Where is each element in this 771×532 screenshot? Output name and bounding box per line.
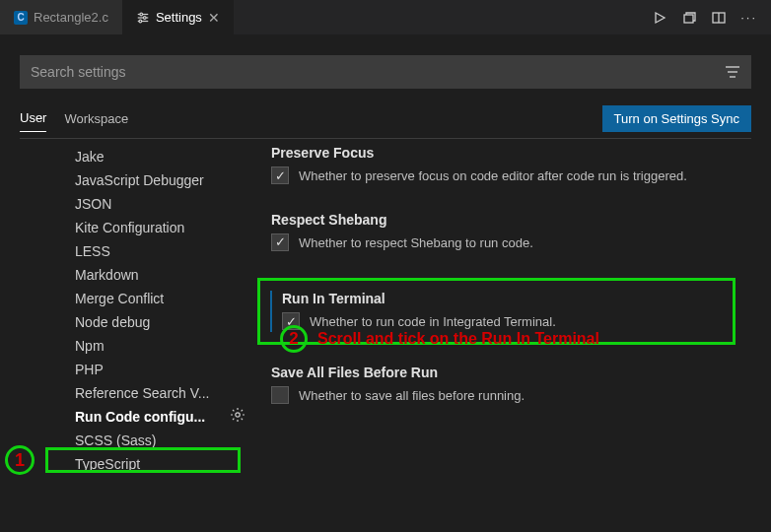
tab-file-label: Rectangle2.c: [34, 10, 108, 25]
svg-point-3: [143, 16, 146, 19]
checkbox-run-in-terminal[interactable]: ✓: [282, 312, 300, 330]
open-changes-icon[interactable]: [681, 10, 697, 26]
setting-title: Save All Files Before Run: [271, 365, 736, 380]
sidebar-item-markdown[interactable]: Markdown: [75, 263, 251, 287]
tab-settings-label: Settings: [156, 10, 202, 25]
sidebar-item-typescript[interactable]: TypeScript: [75, 452, 251, 476]
split-editor-icon[interactable]: [711, 10, 727, 26]
setting-desc: Whether to run code in Integrated Termin…: [310, 312, 556, 332]
tab-settings[interactable]: Settings ✕: [122, 0, 234, 34]
setting-save-all: Save All Files Before Run ✓ Whether to s…: [267, 365, 736, 406]
sidebar-item-ref-search[interactable]: Reference Search V...: [75, 381, 251, 405]
checkbox-preserve-focus[interactable]: ✓: [271, 166, 289, 184]
setting-title: Preserve Focus: [271, 145, 736, 161]
settings-sync-button[interactable]: Turn on Settings Sync: [602, 105, 751, 132]
sidebar-item-label: Run Code configu...: [75, 409, 205, 425]
gear-icon[interactable]: [230, 407, 245, 423]
filter-icon[interactable]: [725, 65, 740, 79]
svg-marker-6: [656, 13, 665, 23]
sidebar-item-jake[interactable]: Jake: [75, 145, 251, 168]
setting-desc: Whether to respect Shebang to run code.: [299, 233, 533, 253]
sidebar-item-npm[interactable]: Npm: [75, 334, 251, 358]
checkbox-save-all[interactable]: ✓: [271, 386, 289, 404]
svg-point-5: [139, 20, 142, 23]
settings-panel: Preserve Focus ✓ Whether to preserve foc…: [251, 139, 751, 513]
editor-tab-bar: C Rectangle2.c Settings ✕ ···: [0, 0, 771, 35]
tab-file[interactable]: C Rectangle2.c: [0, 0, 122, 34]
scope-workspace[interactable]: Workspace: [64, 105, 128, 132]
search-settings-box[interactable]: [20, 55, 751, 89]
setting-title: Respect Shebang: [271, 212, 736, 228]
editor-actions: ···: [638, 10, 771, 26]
checkbox-respect-shebang[interactable]: ✓: [271, 233, 289, 251]
c-file-icon: C: [14, 11, 28, 25]
sidebar-item-run-code-config[interactable]: Run Code configu...: [75, 405, 251, 429]
sidebar-item-js-debugger[interactable]: JavaScript Debugger: [75, 168, 251, 192]
setting-desc: Whether to preserve focus on code editor…: [299, 166, 687, 186]
sidebar-item-kite[interactable]: Kite Configuration: [75, 216, 251, 239]
close-icon[interactable]: ✕: [208, 10, 220, 26]
sidebar-item-node-debug[interactable]: Node debug: [75, 310, 251, 334]
sidebar-item-php[interactable]: PHP: [75, 358, 251, 381]
more-icon[interactable]: ···: [740, 10, 757, 26]
sidebar-item-merge-conflict[interactable]: Merge Conflict: [75, 287, 251, 310]
scope-user[interactable]: User: [20, 104, 46, 132]
svg-rect-7: [684, 15, 693, 23]
run-icon[interactable]: [652, 10, 667, 26]
sidebar-item-json[interactable]: JSON: [75, 192, 251, 216]
settings-icon: [136, 11, 150, 25]
sidebar-item-scss[interactable]: SCSS (Sass): [75, 429, 251, 452]
setting-run-in-terminal: Run In Terminal ✓ Whether to run code in…: [270, 291, 723, 332]
search-input[interactable]: [31, 64, 725, 80]
svg-point-13: [236, 413, 240, 417]
setting-respect-shebang: Respect Shebang ✓ Whether to respect She…: [267, 212, 736, 253]
sidebar-item-less[interactable]: LESS: [75, 239, 251, 263]
svg-point-1: [140, 13, 143, 16]
setting-title: Run In Terminal: [282, 291, 723, 306]
annotation-highlight-box: Run In Terminal ✓ Whether to run code in…: [257, 278, 736, 345]
settings-scope-bar: User Workspace Turn on Settings Sync: [20, 102, 751, 134]
settings-categories-sidebar: Jake JavaScript Debugger JSON Kite Confi…: [20, 139, 251, 513]
setting-desc: Whether to save all files before running…: [299, 386, 525, 406]
setting-preserve-focus: Preserve Focus ✓ Whether to preserve foc…: [267, 145, 736, 186]
